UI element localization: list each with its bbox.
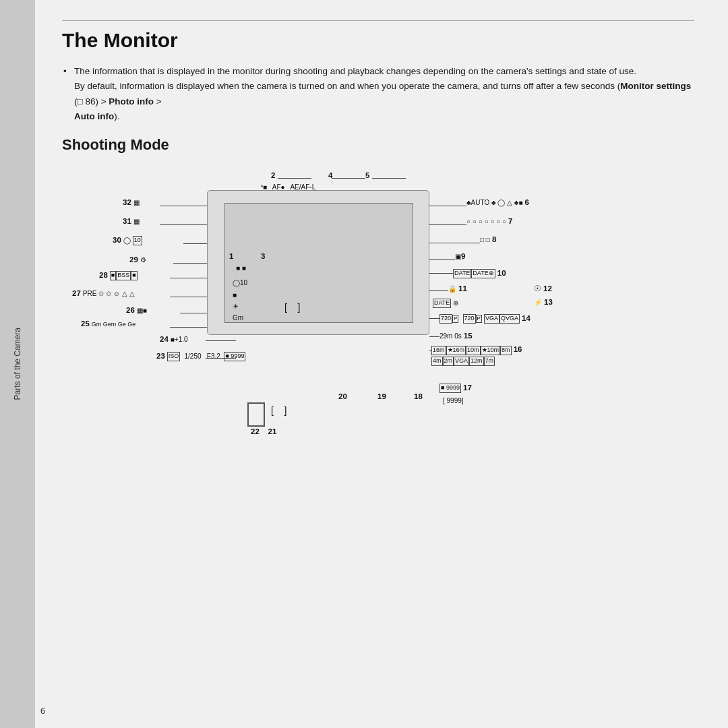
label-15: 29m 0s 15 bbox=[439, 330, 473, 341]
label-28: 28 ■BSS■ bbox=[99, 270, 138, 280]
page-title: The Monitor bbox=[62, 29, 694, 52]
bracket-large bbox=[247, 402, 265, 427]
bold-photo-info: Photo info bbox=[109, 96, 154, 107]
label-17-row: ■ 9999 17 bbox=[439, 382, 472, 393]
label-22-21: 22 21 bbox=[251, 426, 276, 437]
label-8: □ □ 8 bbox=[480, 234, 496, 245]
label-10: DATEDATE⊕ 10 bbox=[453, 268, 506, 278]
screen-sun: ☀ bbox=[233, 301, 239, 311]
label-7: ○ ○ ○ ○ ○ ○ ○ 7 bbox=[466, 216, 512, 226]
top-rule bbox=[62, 20, 694, 21]
label-14: 720P 720P VGAQVGA 14 bbox=[439, 313, 530, 324]
conn-27 bbox=[170, 297, 207, 297]
conn-14r bbox=[429, 318, 439, 319]
bold-auto-info: Auto info bbox=[74, 111, 114, 121]
screen-timer: ◯10 bbox=[233, 278, 247, 288]
sidebar-label: Parts of the Camera bbox=[13, 328, 22, 400]
section-title: Shooting Mode bbox=[62, 136, 694, 154]
label-24: 24 ■+1.0 bbox=[160, 334, 188, 344]
main-content: The Monitor The information that is disp… bbox=[35, 0, 728, 493]
label-1: 1 bbox=[229, 251, 233, 262]
label-23: 23 ISO 1/250 F3.2 ■ 9999 bbox=[156, 351, 245, 361]
icon-row-top: ❛■ AF● AE/AF‑L bbox=[261, 182, 315, 192]
page-number: 6 bbox=[40, 706, 45, 716]
label-16: 16m★16m10m★10m8m 16 bbox=[431, 344, 522, 355]
bracket-medium: [ ] bbox=[271, 404, 286, 418]
label-26: 26 ▦■ bbox=[126, 305, 147, 315]
label-32: 32 ▦ bbox=[123, 197, 140, 208]
label-17b: [ 9999] bbox=[443, 396, 464, 406]
label-3: 3 bbox=[261, 251, 265, 262]
label-12: ☉ 12 bbox=[534, 283, 552, 295]
conn-11r bbox=[429, 290, 448, 291]
conn-30 bbox=[183, 243, 207, 244]
label-19: 19 bbox=[377, 391, 386, 402]
conn-4 bbox=[332, 178, 365, 179]
label-5: 5 bbox=[365, 170, 369, 181]
conn-28 bbox=[170, 278, 207, 278]
page: Parts of the Camera The Monitor The info… bbox=[0, 0, 728, 728]
conn-29 bbox=[173, 263, 207, 264]
label-6: ♣AUTO ♣ ◯ △ ♣■ 6 bbox=[466, 197, 529, 208]
conn-6r bbox=[429, 206, 466, 206]
sidebar: Parts of the Camera bbox=[0, 0, 35, 728]
conn-10r bbox=[429, 273, 453, 274]
label-30: 30 ◯ 10 bbox=[113, 235, 142, 245]
conn-7r bbox=[429, 224, 466, 225]
label-20: 20 bbox=[338, 391, 347, 402]
conn-26 bbox=[180, 313, 207, 313]
label-2: 2 bbox=[271, 170, 275, 181]
label-11: 🔒 11 bbox=[448, 283, 467, 294]
label-13: ⚡ 13 bbox=[534, 297, 553, 307]
label-27: 27 PRE ✩ ✩ ☺ △ △ bbox=[72, 288, 135, 299]
label-18: 18 bbox=[414, 391, 423, 402]
bold-monitor-settings: Monitor settings bbox=[620, 81, 691, 91]
conn-15r bbox=[429, 336, 439, 337]
conn-25 bbox=[170, 327, 207, 328]
screen-brackets: [ ] bbox=[284, 301, 300, 315]
screen-square: ■ bbox=[233, 290, 237, 300]
conn-24 bbox=[206, 340, 236, 341]
screen-gm: Gm bbox=[233, 313, 243, 323]
conn-2 bbox=[278, 178, 311, 179]
date-plus-row: DATE ⊕ bbox=[433, 298, 458, 308]
shooting-mode-diagram: 32 ▦ 31 ▦ 30 ◯ 10 29 ⚙ 28 ■BSS■ 27 PRE ✩… bbox=[62, 163, 642, 473]
conn-8r bbox=[429, 243, 480, 243]
screen-mode-icons: ■ ■​ bbox=[236, 263, 246, 273]
conn-23 bbox=[206, 358, 236, 359]
label-25: 25 Gm Gem Ge Ge bbox=[81, 318, 135, 329]
conn-5 bbox=[372, 178, 406, 179]
conn-32 bbox=[160, 206, 207, 206]
camera-screen bbox=[224, 203, 413, 323]
conn-9r bbox=[429, 259, 455, 260]
label-31: 31 ▦ bbox=[123, 216, 140, 226]
conn-31 bbox=[160, 224, 207, 225]
intro-paragraph: The information that is displayed in the… bbox=[62, 64, 694, 124]
label-29: 29 ⚙ bbox=[129, 254, 146, 265]
label-16b: 4m2mVGA12m7m bbox=[431, 355, 495, 365]
label-9: ▣9 bbox=[455, 251, 465, 262]
label-4: 4 bbox=[328, 170, 332, 181]
conn-16r bbox=[429, 350, 431, 351]
